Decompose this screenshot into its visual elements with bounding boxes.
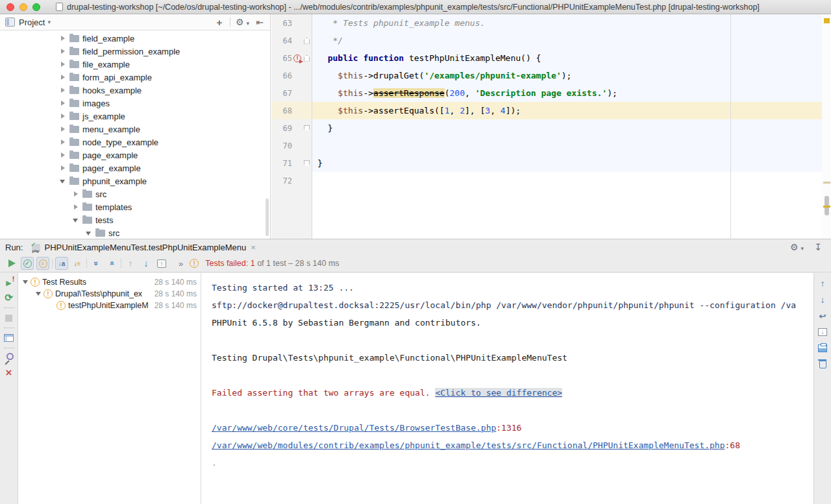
close-window-button[interactable]: [6, 3, 14, 11]
minimize-window-button[interactable]: [19, 3, 27, 11]
chevron-right-icon[interactable]: [59, 112, 67, 120]
fold-marker-icon[interactable]: [304, 55, 310, 62]
hide-panel-icon[interactable]: [254, 17, 265, 27]
test-tree-item[interactable]: !testPhpUnitExampleM28 s 140 ms: [18, 300, 201, 311]
project-tree-item[interactable]: src: [0, 226, 270, 239]
chevron-right-icon[interactable]: [72, 203, 80, 211]
settings-gear-icon[interactable]: ▾: [790, 242, 804, 252]
chevron-right-icon[interactable]: [72, 190, 80, 198]
code-editor[interactable]: 63 * Tests phpunit_example menus.64 */65…: [271, 14, 831, 239]
code-line[interactable]: $this->assertResponse(200, 'Description …: [312, 84, 831, 102]
fold-marker-icon[interactable]: [304, 125, 310, 132]
locate-file-icon[interactable]: [214, 17, 225, 27]
chevron-down-icon[interactable]: [72, 216, 80, 224]
chevron-right-icon[interactable]: [59, 34, 67, 42]
project-tree-item[interactable]: hooks_example: [0, 84, 270, 97]
editor-gutter[interactable]: 65!: [271, 49, 312, 67]
editor-gutter[interactable]: 66: [271, 67, 312, 84]
editor-line[interactable]: 72: [271, 172, 831, 189]
next-failed-test-button[interactable]: ↓: [140, 257, 153, 270]
chevron-right-icon[interactable]: [59, 47, 67, 55]
chevron-down-icon[interactable]: [85, 229, 93, 237]
error-stripe-mark[interactable]: [823, 182, 830, 184]
error-stripe-warning-mark-2[interactable]: [823, 206, 830, 208]
editor-line[interactable]: 70: [271, 137, 831, 154]
editor-line[interactable]: 67 $this->assertResponse(200, 'Descripti…: [271, 84, 831, 102]
editor-line[interactable]: 65! public function testPhpUnitExampleMe…: [271, 49, 831, 67]
scroll-up-button[interactable]: ↑: [817, 278, 828, 289]
project-tree-item[interactable]: field_permission_example: [0, 45, 270, 58]
scroll-to-end-button[interactable]: ↓: [817, 327, 828, 337]
code-line[interactable]: }: [312, 154, 831, 172]
project-tree-item[interactable]: src: [0, 187, 270, 200]
run-tab[interactable]: ✓php PHPUnitExampleMenuTest.testPhpUnitE…: [28, 241, 258, 254]
zoom-window-button[interactable]: [32, 3, 40, 11]
editor-gutter[interactable]: 68: [271, 102, 312, 119]
close-tab-icon[interactable]: ×: [251, 243, 256, 252]
project-tree-item[interactable]: images: [0, 97, 270, 110]
import-test-results-button[interactable]: ↑: [155, 257, 168, 270]
clear-all-button[interactable]: [817, 359, 828, 370]
code-line[interactable]: $this->drupalGet('/examples/phpunit-exam…: [312, 67, 831, 84]
console-link[interactable]: /var/www/web/modules/contrib/examples/ph…: [212, 440, 725, 450]
stop-button[interactable]: [4, 313, 14, 323]
editor-gutter[interactable]: 72: [271, 172, 312, 189]
test-tree-item[interactable]: !Drupal\Tests\phpunit_ex28 s 140 ms: [18, 288, 201, 300]
editor-line[interactable]: 71}: [271, 154, 831, 172]
chevron-right-icon[interactable]: [59, 125, 67, 133]
fold-marker-icon[interactable]: [304, 160, 310, 167]
code-line[interactable]: $this->assertEquals([1, 2], [3, 4]);: [312, 102, 831, 119]
chevron-right-icon[interactable]: [59, 86, 67, 94]
project-tree-item[interactable]: form_api_example: [0, 71, 270, 84]
run-button[interactable]: [5, 257, 18, 270]
project-tree-item[interactable]: templates: [0, 200, 270, 213]
print-button[interactable]: [817, 343, 828, 354]
chevron-right-icon[interactable]: [59, 138, 67, 146]
editor-gutter[interactable]: 70: [271, 137, 312, 154]
close-button[interactable]: [4, 368, 14, 378]
console-link[interactable]: <Click to see difference>: [435, 388, 562, 398]
chevron-down-icon[interactable]: [59, 177, 67, 185]
scroll-down-button[interactable]: ↓: [817, 294, 828, 305]
project-tree-scrollbar[interactable]: [266, 198, 269, 236]
project-tree-item[interactable]: node_type_example: [0, 136, 270, 149]
project-tree-item[interactable]: field_example: [0, 32, 270, 45]
show-ignored-toggle[interactable]: ≡: [36, 257, 49, 270]
code-line[interactable]: [312, 137, 831, 154]
test-tree-item[interactable]: !Test Results28 s 140 ms: [18, 276, 201, 288]
code-line[interactable]: [312, 172, 831, 189]
rerun-failed-tests-button[interactable]: [4, 278, 14, 288]
chevron-right-icon[interactable]: [59, 60, 67, 68]
fold-marker-icon[interactable]: [304, 38, 310, 44]
hide-panel-icon[interactable]: [813, 242, 823, 252]
run-test-failed-icon[interactable]: !: [293, 54, 301, 62]
pin-tab-button[interactable]: [4, 353, 14, 363]
editor-gutter[interactable]: 64: [271, 32, 312, 49]
project-tree-item[interactable]: file_example: [0, 58, 270, 71]
editor-line[interactable]: 63 * Tests phpunit_example menus.: [271, 14, 831, 32]
code-line[interactable]: */: [312, 32, 831, 49]
code-line[interactable]: * Tests phpunit_example menus.: [312, 14, 831, 32]
editor-gutter[interactable]: 67: [271, 84, 312, 102]
project-tree-item[interactable]: phpunit_example: [0, 174, 270, 187]
soft-wrap-button[interactable]: [817, 311, 828, 321]
editor-gutter[interactable]: 63: [271, 14, 312, 32]
editor-line[interactable]: 68 $this->assertEquals([1, 2], [3, 4]);: [271, 102, 831, 119]
sort-alphabetically-button[interactable]: ↓a: [55, 257, 68, 270]
settings-gear-icon[interactable]: ▾: [236, 17, 249, 27]
console-link[interactable]: /var/www/web/core/tests/Drupal/Tests/Bro…: [212, 423, 496, 433]
project-tree-item[interactable]: js_example: [0, 110, 270, 123]
chevron-right-icon[interactable]: [59, 99, 67, 107]
chevron-right-icon[interactable]: [59, 164, 67, 172]
editor-gutter[interactable]: 71: [271, 154, 312, 172]
project-tree-item[interactable]: tests: [0, 213, 270, 226]
rerun-button[interactable]: [4, 293, 14, 303]
previous-failed-test-button[interactable]: ↑: [124, 257, 137, 270]
chevron-right-icon[interactable]: [59, 73, 67, 81]
editor-gutter[interactable]: 69: [271, 119, 312, 137]
project-tree-item[interactable]: pager_example: [0, 162, 270, 174]
project-tree-item[interactable]: menu_example: [0, 123, 270, 136]
collapse-all-button[interactable]: »: [105, 257, 118, 270]
code-line[interactable]: public function testPhpUnitExampleMenu()…: [312, 49, 831, 67]
chevron-right-icon[interactable]: [59, 151, 67, 159]
